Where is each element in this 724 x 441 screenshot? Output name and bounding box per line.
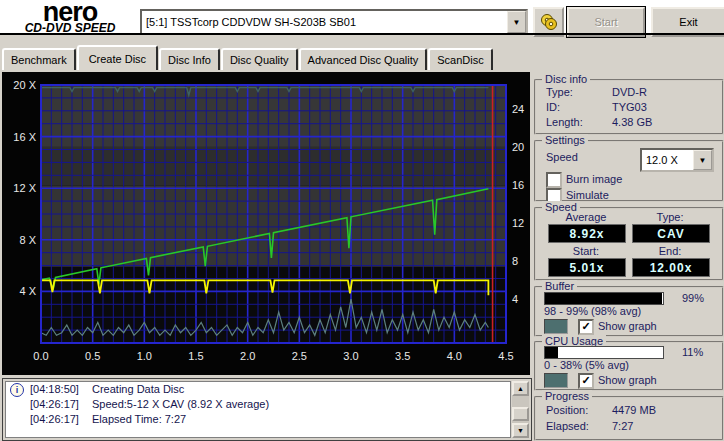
svg-text:8: 8 (512, 255, 518, 267)
type-label: Type: (632, 211, 708, 223)
position-value: 4479 MB (612, 404, 656, 416)
svg-text:1.0: 1.0 (137, 350, 152, 362)
svg-text:24: 24 (512, 103, 524, 115)
tab-scandisc[interactable]: ScanDisc (428, 48, 492, 70)
svg-text:2.0: 2.0 (240, 350, 255, 362)
scroll-down-icon[interactable]: ▼ (512, 423, 529, 438)
log-entry-time: [04:26:17] (30, 412, 92, 427)
tab-bar: BenchmarkCreate DiscDisc InfoDisc Qualit… (2, 47, 494, 70)
burn-discs-icon (539, 13, 559, 31)
svg-text:4.0: 4.0 (447, 350, 462, 362)
toolbar: nero CD-DVD SPEED [5:1] TSSTcorp CDDVDW … (0, 0, 724, 33)
chevron-down-icon[interactable]: ▼ (507, 11, 526, 33)
disc-id-value: TYG03 (612, 101, 647, 113)
cpu-show-graph-label: Show graph (598, 374, 657, 386)
cpu-bar (544, 346, 664, 359)
disc-type-label: Type: (546, 86, 573, 98)
exit-button-label: Exit (679, 16, 697, 28)
disc-length-value: 4.38 GB (612, 116, 652, 128)
progress-title: Progress (542, 390, 592, 402)
chevron-down-icon[interactable]: ▼ (693, 150, 712, 170)
log-entry: [04:26:17]Speed:5-12 X CAV (8.92 X avera… (6, 397, 510, 412)
svg-text:0.5: 0.5 (85, 350, 100, 362)
log-scrollbar[interactable]: ▲ ▼ (512, 381, 529, 438)
position-label: Position: (546, 404, 588, 416)
log-list: i[04:18:50]Creating Data Disc[04:26:17]S… (5, 381, 511, 438)
end-label: End: (632, 245, 708, 257)
log-entry: [04:26:17]Elapsed Time: 7:27 (6, 412, 510, 427)
log-entry: i[04:18:50]Creating Data Disc (6, 382, 510, 397)
speed-label: Speed (546, 151, 578, 163)
speed-type-display: CAV (632, 224, 710, 243)
svg-text:3.0: 3.0 (343, 350, 358, 362)
disc-info-title: Disc info (542, 73, 590, 85)
scrollbar-thumb[interactable] (512, 407, 529, 421)
svg-text:20 X: 20 X (13, 79, 36, 91)
disc-length-label: Length: (546, 116, 583, 128)
svg-text:4: 4 (512, 293, 518, 305)
cpu-graph-color-swatch (544, 373, 568, 388)
start-speed-display: 5.01x (548, 258, 626, 277)
chart-panel: 0.00.51.01.52.02.53.03.54.04.54 X8 X12 X… (2, 72, 530, 375)
average-speed-display: 8.92x (548, 224, 626, 243)
svg-text:16: 16 (512, 179, 524, 191)
elapsed-value: 7:27 (612, 420, 633, 432)
logo-nero-text: nero (6, 1, 134, 23)
log-panel: i[04:18:50]Creating Data Disc[04:26:17]S… (2, 378, 532, 441)
svg-text:3.5: 3.5 (395, 350, 410, 362)
nero-cd-dvd-speed-window: nero CD-DVD SPEED [5:1] TSSTcorp CDDVDW … (0, 0, 724, 441)
elapsed-label: Elapsed: (546, 420, 589, 432)
disc-type-value: DVD-R (612, 86, 647, 98)
svg-text:20: 20 (512, 141, 524, 153)
cpu-range-text: 0 - 38% (5% avg) (544, 359, 629, 371)
svg-text:2.5: 2.5 (292, 350, 307, 362)
tab-create-disc[interactable]: Create Disc (77, 45, 158, 70)
cpu-bar-fill (545, 347, 558, 358)
svg-text:16 X: 16 X (13, 131, 36, 143)
svg-text:0.0: 0.0 (33, 350, 48, 362)
average-label: Average (548, 211, 624, 223)
tab-disc-quality[interactable]: Disc Quality (221, 48, 298, 70)
disc-id-label: ID: (546, 101, 560, 113)
simulate-label: Simulate (566, 189, 609, 201)
start-label: Start: (548, 245, 624, 257)
info-icon: i (10, 383, 24, 397)
burn-image-label: Burn image (566, 173, 622, 185)
log-entry-text: Speed:5-12 X CAV (8.92 X average) (92, 398, 269, 410)
drive-select-value: [5:1] TSSTcorp CDDVDW SH-S203B SB01 (142, 16, 507, 28)
svg-text:12: 12 (512, 217, 524, 229)
buffer-graph-color-swatch (544, 319, 568, 334)
tab-benchmark[interactable]: Benchmark (2, 48, 76, 70)
svg-text:1.5: 1.5 (188, 350, 203, 362)
log-entry-text: Creating Data Disc (92, 383, 184, 395)
settings-title: Settings (542, 134, 588, 146)
start-button-label: Start (594, 16, 617, 28)
svg-text:4.5: 4.5 (498, 350, 513, 362)
disc-info-group: Disc info Type: DVD-R ID: TYG03 Length: … (534, 79, 724, 135)
nero-logo: nero CD-DVD SPEED (6, 1, 134, 34)
cpu-show-graph-checkbox[interactable]: ✓ (578, 373, 594, 389)
buffer-title: Buffer (542, 280, 577, 292)
speed-select-value: 12.0 X (642, 154, 693, 166)
end-speed-display: 12.00x (632, 258, 710, 277)
log-entry-time: [04:26:17] (30, 397, 92, 412)
tab-advanced-disc-quality[interactable]: Advanced Disc Quality (299, 48, 428, 70)
tab-disc-info[interactable]: Disc Info (159, 48, 220, 70)
progress-group: Progress Position: 4479 MB Elapsed: 7:27 (534, 396, 724, 441)
speed-select[interactable]: 12.0 X ▼ (640, 148, 714, 172)
log-entry-text: Elapsed Time: 7:27 (92, 413, 186, 425)
burn-image-checkbox[interactable] (546, 172, 562, 188)
buffer-show-graph-checkbox[interactable]: ✓ (578, 319, 594, 335)
svg-text:8 X: 8 X (19, 234, 36, 246)
cpu-group: CPU Usage 11% 0 - 38% (5% avg) ✓ Show gr… (534, 341, 724, 391)
cpu-percent: 11% (682, 346, 703, 358)
buffer-group: Buffer 99% 98 - 99% (98% avg) ✓ Show gra… (534, 286, 724, 337)
log-entry-time: [04:18:50] (30, 382, 92, 397)
drive-select[interactable]: [5:1] TSSTcorp CDDVDW SH-S203B SB01 ▼ (140, 9, 528, 35)
buffer-percent: 99% (682, 292, 704, 304)
svg-text:4 X: 4 X (19, 285, 36, 297)
toolbar-divider (0, 33, 724, 35)
speed-group: Speed Average Type: 8.92x CAV Start: End… (534, 207, 724, 281)
buffer-bar-fill (545, 293, 662, 304)
scroll-up-icon[interactable]: ▲ (512, 381, 529, 396)
